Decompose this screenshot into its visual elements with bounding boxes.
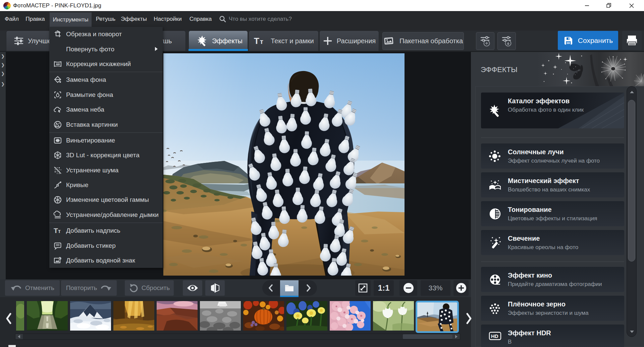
svg-text:HD: HD xyxy=(491,333,498,339)
svg-text:c: c xyxy=(59,257,61,260)
svg-text:T: T xyxy=(54,227,58,234)
svg-text:T: T xyxy=(254,36,259,46)
svg-text:т: т xyxy=(58,228,61,234)
svg-text:т: т xyxy=(260,38,263,45)
